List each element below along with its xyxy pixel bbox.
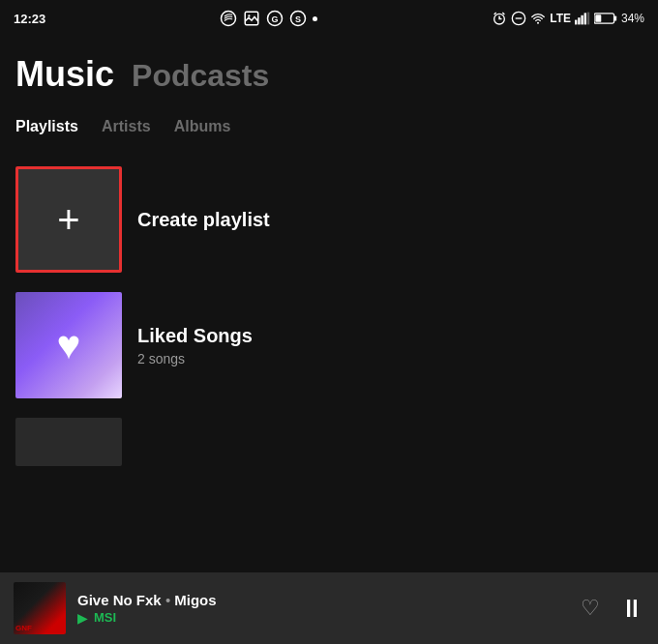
svg-rect-15: [587, 13, 589, 25]
svg-rect-12: [578, 17, 580, 24]
now-playing-meta: ▶ MSI: [77, 610, 569, 626]
now-playing-controls: ♡ ⏸: [581, 594, 644, 624]
svg-point-10: [537, 22, 539, 24]
like-button[interactable]: ♡: [581, 596, 600, 621]
playlist-list: + Create playlist ♥ Liked Songs 2 songs: [15, 157, 643, 476]
s-icon: S: [289, 10, 307, 27]
signal-icon: [575, 11, 590, 26]
svg-rect-17: [614, 15, 616, 20]
subtab-albums[interactable]: Albums: [174, 118, 231, 135]
wifi-icon: [530, 11, 546, 26]
status-bar: 12:23 G S: [0, 0, 658, 35]
partial-album-item[interactable]: [15, 408, 643, 476]
liked-songs-item[interactable]: ♥ Liked Songs 2 songs: [15, 282, 643, 408]
svg-text:S: S: [295, 15, 301, 24]
subtab-playlists[interactable]: Playlists: [15, 118, 78, 135]
liked-songs-title: Liked Songs: [137, 325, 253, 347]
liked-songs-info: Liked Songs 2 songs: [137, 325, 253, 366]
battery-icon: [594, 12, 617, 25]
create-playlist-item[interactable]: + Create playlist: [15, 157, 643, 282]
now-playing-bar[interactable]: GNF Give No Fxk • Migos ▶ MSI ♡ ⏸: [0, 572, 658, 644]
create-playlist-button[interactable]: +: [15, 166, 122, 273]
album-thumbnail: [15, 418, 122, 466]
status-right: LTE 34%: [492, 11, 644, 26]
network-type: LTE: [550, 12, 571, 25]
now-playing-title: Give No Fxk • Migos: [77, 592, 569, 608]
header-tabs: Music Podcasts: [15, 54, 643, 95]
liked-songs-heart-icon: ♥: [57, 322, 81, 368]
svg-rect-14: [584, 13, 586, 24]
g-icon: G: [266, 10, 284, 27]
tab-podcasts[interactable]: Podcasts: [132, 58, 269, 94]
status-time: 12:23: [14, 12, 45, 26]
liked-songs-count: 2 songs: [137, 351, 253, 366]
now-playing-album-art: GNF: [14, 582, 66, 634]
svg-rect-11: [575, 20, 577, 25]
dot-indicator: [313, 16, 317, 21]
minus-icon: [511, 11, 526, 26]
spotify-icon: [220, 10, 237, 27]
plus-icon: +: [57, 200, 79, 239]
alarm-icon: [492, 11, 507, 26]
source-play-icon: ▶: [77, 610, 88, 626]
tab-music[interactable]: Music: [15, 54, 114, 95]
svg-point-2: [248, 15, 250, 16]
main-content: Music Podcasts Playlists Artists Albums …: [0, 35, 658, 476]
now-playing-source: MSI: [94, 610, 116, 625]
svg-text:G: G: [272, 15, 279, 24]
gallery-icon: [243, 10, 260, 27]
status-icons: G S: [220, 10, 317, 27]
pause-button[interactable]: ⏸: [619, 594, 644, 624]
battery-level: 34%: [621, 12, 644, 25]
svg-rect-13: [581, 15, 583, 25]
subtab-artists[interactable]: Artists: [102, 118, 151, 135]
now-playing-info: Give No Fxk • Migos ▶ MSI: [77, 592, 569, 626]
create-playlist-label: Create playlist: [137, 209, 270, 231]
liked-songs-thumbnail: ♥: [15, 292, 122, 398]
sub-tabs: Playlists Artists Albums: [15, 118, 643, 135]
svg-rect-18: [595, 15, 601, 22]
